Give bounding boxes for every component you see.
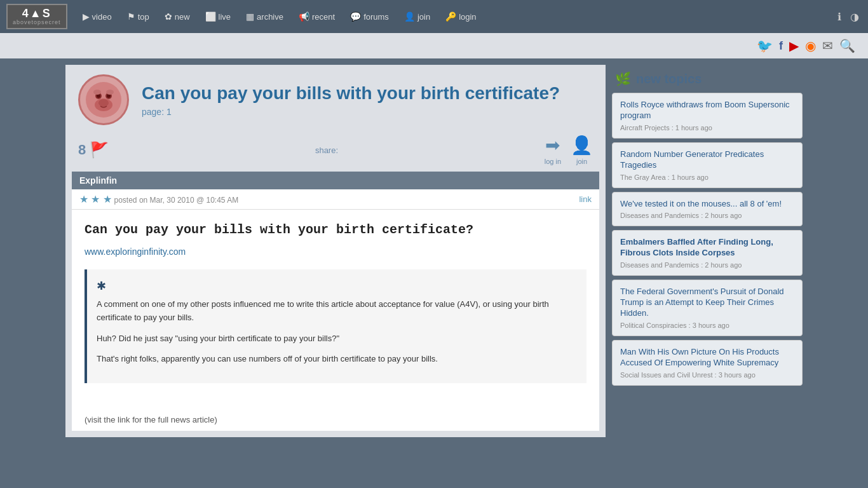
top-icon: ⚑ [127, 11, 135, 22]
topic-title: Man With His Own Picture On His Products… [620, 347, 794, 369]
forums-icon: 💬 [350, 11, 361, 22]
new-topics-header: 🌿 new topics [612, 65, 803, 93]
svg-point-4 [98, 99, 109, 107]
recent-icon: 📢 [299, 11, 309, 22]
join-action[interactable]: 👤 join [571, 135, 593, 165]
topic-title: Random Number Generator Predicates Trage… [620, 149, 794, 171]
nav-live[interactable]: ⬜ live [199, 8, 238, 25]
archive-icon: ▦ [246, 11, 254, 22]
email-link[interactable]: ✉ [822, 38, 833, 53]
topic-meta: The Gray Area : 1 hours ago [620, 173, 794, 181]
topic-meta: Aircraft Projects : 1 hours ago [620, 124, 794, 132]
topic-card[interactable]: Man With His Own Picture On His Products… [612, 340, 803, 386]
sidebar: 🌿 new topics Rolls Royce withdraws from … [612, 65, 803, 437]
post-author-header: Explinfin [72, 172, 599, 189]
nav-login[interactable]: 🔑 login [439, 8, 482, 25]
nav-join[interactable]: 👤 join [398, 8, 437, 25]
twitter-link[interactable]: 🐦 [757, 38, 773, 53]
action-icons: ➡ log in 👤 join [545, 135, 593, 165]
login-action-label: log in [545, 158, 561, 165]
topic-title: Rolls Royce withdraws from Boom Superson… [620, 100, 794, 121]
topic-meta: Diseases and Pandemics : 2 hours ago [620, 212, 794, 219]
nav-video-label: video [92, 12, 112, 22]
page-label: page: [142, 107, 164, 117]
site-logo[interactable]: 4▲S abovetopsecret [6, 4, 67, 29]
info-button[interactable]: ℹ [835, 8, 844, 25]
svg-point-8 [106, 90, 114, 95]
flag-count: 8 [78, 142, 86, 158]
post-date: posted on Mar, 30 2010 @ 10:45 AM [114, 196, 239, 205]
share-label: share: [315, 146, 338, 155]
theme-toggle[interactable]: ◑ [848, 8, 862, 25]
live-icon: ⬜ [205, 11, 216, 22]
topic-title: We've tested it on the mouses... all 8 o… [620, 199, 794, 210]
login-icon: 🔑 [445, 11, 456, 22]
nav-login-label: login [459, 12, 476, 22]
facebook-link[interactable]: f [779, 39, 783, 53]
nav-recent[interactable]: 📢 recent [292, 8, 341, 25]
topic-card[interactable]: Embalmers Baffled After Finding Long, Fi… [612, 230, 803, 276]
topic-meta: Political Conspiracies : 3 hours ago [620, 322, 794, 329]
nav-top-label: top [138, 12, 149, 22]
main-container: Can you pay your bills with your birth c… [59, 58, 809, 444]
nav-recent-label: recent [312, 12, 335, 22]
social-bar: 🐦 f ▶ ◉ ✉ 🔍 [0, 33, 868, 58]
flag-icon[interactable]: 🚩 [90, 141, 109, 159]
topics-list: Rolls Royce withdraws from Boom Superson… [612, 93, 803, 386]
new-topics-label: new topics [636, 72, 702, 86]
share-area: share: [315, 146, 338, 155]
post-footer: (visit the link for the full news articl… [72, 409, 599, 431]
topic-title: The Federal Government's Pursuit of Dona… [620, 287, 794, 319]
topic-meta: Social Issues and Civil Unrest : 3 hours… [620, 371, 794, 379]
topic-card[interactable]: The Federal Government's Pursuit of Dona… [612, 280, 803, 336]
flags-bar: 8 🚩 share: ➡ log in 👤 join [65, 132, 606, 172]
logo-subtitle: abovetopsecret [13, 19, 61, 25]
nav-top[interactable]: ⚑ top [121, 8, 156, 25]
avatar-image [85, 81, 123, 119]
page-info: page: 1 [142, 107, 593, 117]
join-action-icon: 👤 [571, 135, 593, 156]
post-question: Can you pay your bills with your birth c… [85, 222, 587, 237]
nav-live-label: live [219, 12, 231, 22]
leaf-icon: 🌿 [615, 71, 631, 86]
post-meta: ★ ★ ★ posted on Mar, 30 2010 @ 10:45 AM … [72, 189, 599, 210]
nav-video[interactable]: ▶ video [76, 8, 118, 25]
page-title: Can you pay your bills with your birth c… [142, 83, 593, 104]
search-button[interactable]: 🔍 [839, 38, 855, 53]
nav-join-label: join [417, 12, 430, 22]
login-action[interactable]: ➡ log in [545, 135, 561, 165]
top-navigation: 4▲S abovetopsecret ▶ video ⚑ top ✿ new ⬜… [0, 0, 868, 33]
blockquote-marker: ✱ [97, 279, 577, 293]
flags-left: 8 🚩 [78, 141, 109, 159]
youtube-link[interactable]: ▶ [789, 38, 799, 53]
content-area: Can you pay your bills with your birth c… [65, 65, 606, 437]
new-icon: ✿ [165, 11, 172, 22]
topic-title: Embalmers Baffled After Finding Long, Fi… [620, 237, 794, 259]
join-action-label: join [576, 158, 587, 165]
nav-forums-label: forums [363, 12, 389, 22]
join-icon: 👤 [404, 11, 415, 22]
topic-card[interactable]: Rolls Royce withdraws from Boom Superson… [612, 93, 803, 139]
blockquote: ✱ A comment on one of my other posts inf… [85, 269, 587, 383]
topic-card[interactable]: Random Number Generator Predicates Trage… [612, 142, 803, 188]
nav-right-controls: ℹ ◑ [835, 8, 862, 25]
star-rating: ★ ★ ★ [79, 194, 112, 205]
nav-forums[interactable]: 💬 forums [344, 8, 395, 25]
nav-archive-label: archive [257, 12, 283, 22]
rss-link[interactable]: ◉ [805, 38, 816, 53]
nav-new-label: new [175, 12, 190, 22]
logo-text: 4▲S [22, 8, 51, 19]
post-permalink[interactable]: link [579, 194, 592, 204]
nav-new[interactable]: ✿ new [158, 8, 196, 25]
avatar [78, 74, 129, 125]
topic-card[interactable]: We've tested it on the mouses... all 8 o… [612, 192, 803, 227]
page-number: 1 [166, 107, 172, 117]
nav-archive[interactable]: ▦ archive [240, 8, 290, 25]
post-source-link[interactable]: www.exploringinfinity.com [85, 247, 587, 257]
blockquote-line-3: That's right folks, apparently you can u… [97, 353, 577, 366]
topic-meta: Diseases and Pandemics : 2 hours ago [620, 261, 794, 269]
svg-point-7 [93, 90, 101, 95]
title-section: Can you pay your bills with your birth c… [142, 83, 593, 118]
post-left-meta: ★ ★ ★ posted on Mar, 30 2010 @ 10:45 AM [79, 193, 238, 205]
post-content: Can you pay your bills with your birth c… [72, 210, 599, 409]
